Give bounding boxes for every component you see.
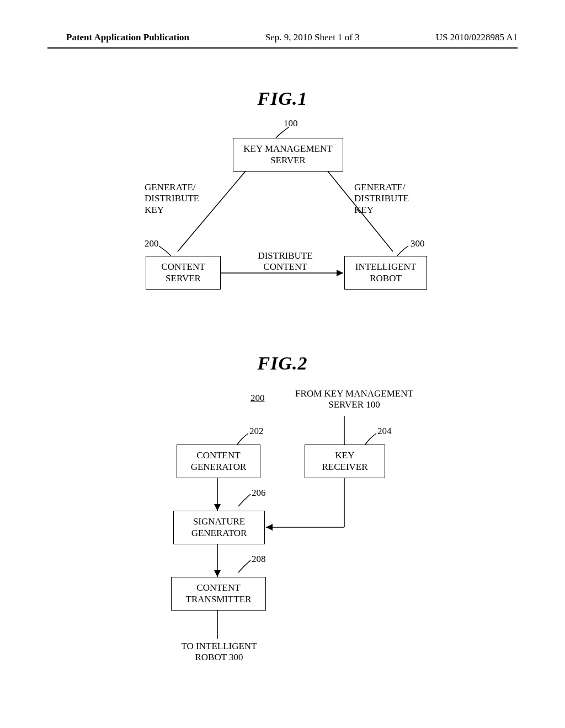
figure-2-title: FIG.2	[0, 353, 565, 374]
ref-206: 206	[252, 488, 266, 499]
svg-marker-6	[214, 504, 221, 511]
label-to-intelligent-robot: TO INTELLIGENTROBOT 300	[167, 641, 271, 663]
ref-block-200: 200	[250, 393, 265, 404]
ref-200: 200	[145, 238, 159, 249]
box-signature-generator: SIGNATUREGENERATOR	[173, 511, 265, 544]
edge-label-generate-distribute-key-right: GENERATE/DISTRIBUTEKEY	[354, 182, 426, 216]
svg-marker-3	[337, 270, 343, 276]
edge-label-distribute-content: DISTRIBUTECONTENT	[244, 250, 327, 273]
figure-1-stage: 100 KEY MANAGEMENTSERVER GENERATE/DISTRI…	[106, 116, 459, 303]
box-key-receiver: KEYRECEIVER	[305, 445, 385, 478]
header-rule	[47, 47, 518, 49]
box-content-generator: CONTENTGENERATOR	[177, 445, 260, 478]
figure-2: FIG.2 200 FRO	[0, 353, 565, 688]
box-key-management-server: KEY MANAGEMENTSERVER	[233, 138, 343, 172]
svg-marker-11	[214, 570, 221, 577]
ref-208: 208	[252, 554, 266, 565]
figure-1: FIG.1 100 KEY MANAGEMENTSERVER GENERATE/…	[0, 88, 565, 303]
box-content-server: CONTENTSERVER	[146, 256, 221, 290]
ref-100: 100	[284, 118, 298, 129]
figure-2-lines	[106, 379, 459, 688]
ref-300: 300	[411, 238, 425, 249]
figure-1-title: FIG.1	[0, 88, 565, 109]
svg-marker-9	[266, 524, 273, 531]
header-right: US 2010/0228985 A1	[436, 32, 518, 43]
box-content-transmitter: CONTENTTRANSMITTER	[171, 577, 266, 611]
figure-2-stage: 200 FROM KEY MANAGEMENTSERVER 100 202 20…	[106, 379, 459, 688]
box-intelligent-robot: INTELLIGENTROBOT	[344, 256, 427, 290]
edge-label-generate-distribute-key-left: GENERATE/DISTRIBUTEKEY	[145, 182, 216, 216]
label-from-key-management-server: FROM KEY MANAGEMENTSERVER 100	[288, 388, 420, 411]
ref-202: 202	[249, 426, 264, 437]
ref-204: 204	[377, 426, 392, 437]
header-left: Patent Application Publication	[66, 32, 189, 43]
page-header: Patent Application Publication Sep. 9, 2…	[0, 32, 565, 43]
header-center: Sep. 9, 2010 Sheet 1 of 3	[265, 32, 360, 43]
